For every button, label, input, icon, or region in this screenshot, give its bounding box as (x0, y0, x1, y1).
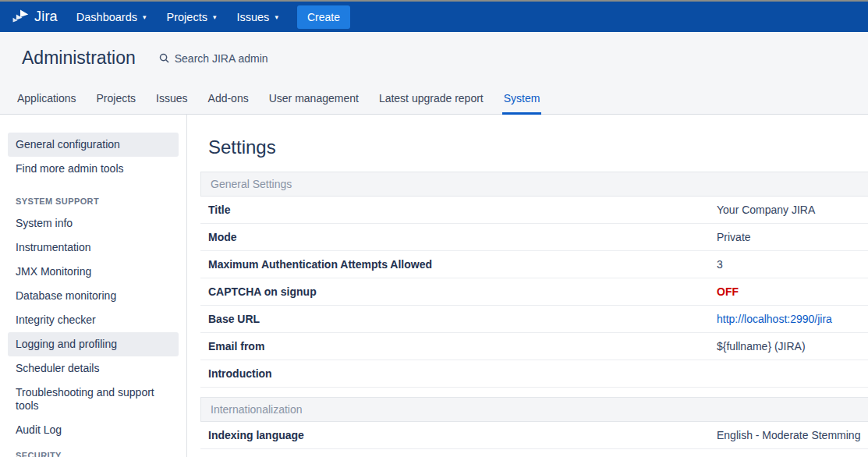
sidebar-item-logging-and-profiling[interactable]: Logging and profiling (8, 332, 179, 356)
sidebar-item-database-monitoring[interactable]: Database monitoring (8, 284, 179, 308)
settings-heading: Settings (208, 136, 868, 158)
navbar-menu-dashboards[interactable]: Dashboards▾ (76, 11, 147, 23)
settings-row: CAPTCHA on signupOFF (200, 278, 868, 306)
setting-value: Your Company JIRA (717, 204, 815, 216)
admin-tabs: ApplicationsProjectsIssuesAdd-onsUser ma… (16, 87, 541, 115)
settings-row: ModePrivate (200, 224, 868, 251)
sidebar-item-scheduler-details[interactable]: Scheduler details (8, 356, 179, 381)
sidebar-section-header: SYSTEM SUPPORT (8, 197, 179, 207)
navbar-menu-label: Projects (167, 11, 207, 23)
settings-row: Email from${fullname} (JIRA) (200, 333, 868, 360)
tab-projects[interactable]: Projects (95, 87, 138, 115)
tab-add-ons[interactable]: Add-ons (207, 87, 250, 115)
setting-value: ${fullname} (JIRA) (717, 340, 806, 352)
brand-name: Jira (34, 9, 58, 25)
navbar-menu-label: Issues (236, 11, 269, 23)
tab-user-management[interactable]: User management (267, 87, 360, 115)
tab-applications[interactable]: Applications (16, 87, 78, 115)
setting-label: Introduction (200, 367, 717, 380)
chevron-down-icon: ▾ (275, 14, 278, 21)
settings-row: TitleYour Company JIRA (200, 197, 868, 224)
settings-row: Maximum Authentication Attempts Allowed3 (200, 251, 868, 278)
sidebar-item-find-more-admin-tools[interactable]: Find more admin tools (8, 157, 179, 181)
setting-value: Private (717, 231, 751, 243)
setting-label: Title (200, 204, 717, 216)
chevron-down-icon: ▾ (213, 14, 217, 21)
sidebar-item-jmx-monitoring[interactable]: JMX Monitoring (8, 260, 179, 284)
top-navbar: Jira Dashboards▾Projects▾Issues▾ Create (0, 2, 868, 32)
settings-row: Base URLhttp://localhost:2990/jira (200, 306, 868, 333)
setting-label: Mode (200, 231, 717, 243)
navbar-menu-projects[interactable]: Projects▾ (167, 11, 217, 23)
setting-value: OFF (717, 285, 739, 298)
admin-search-input[interactable]: Search JIRA admin (159, 52, 268, 65)
page-title: Administration (22, 48, 136, 69)
sidebar-group: SECURITY (0, 451, 186, 457)
settings-row: Indexing languageEnglish - Moderate Stem… (200, 422, 868, 449)
navbar-menu-label: Dashboards (76, 11, 137, 23)
sidebar-item-system-info[interactable]: System info (8, 211, 179, 236)
jira-home-link[interactable]: Jira (11, 9, 58, 26)
admin-sidebar: General configurationFind more admin too… (0, 115, 187, 457)
settings-content: Settings General SettingsTitleYour Compa… (187, 115, 868, 457)
navbar-menu-issues[interactable]: Issues▾ (236, 11, 278, 23)
chevron-down-icon: ▾ (143, 14, 147, 21)
sidebar-item-general-configuration[interactable]: General configuration (8, 133, 179, 157)
search-icon (159, 53, 169, 63)
sidebar-item-instrumentation[interactable]: Instrumentation (8, 236, 179, 260)
jira-logo-icon (11, 9, 30, 26)
sidebar-item-integrity-checker[interactable]: Integrity checker (8, 308, 179, 332)
tab-system[interactable]: System (502, 87, 542, 115)
sidebar-item-troubleshooting-and-support-tools[interactable]: Troubleshooting and support tools (8, 381, 179, 418)
search-placeholder: Search JIRA admin (175, 52, 268, 65)
settings-row: Introduction (200, 360, 868, 388)
setting-value-link[interactable]: http://localhost:2990/jira (717, 313, 832, 325)
admin-header: Administration Search JIRA admin Applica… (0, 32, 868, 115)
setting-label: Email from (200, 340, 717, 352)
sidebar-section-header: SECURITY (8, 451, 179, 457)
setting-label: Indexing language (200, 429, 717, 441)
setting-label: Maximum Authentication Attempts Allowed (200, 258, 717, 271)
sidebar-item-audit-log[interactable]: Audit Log (8, 418, 179, 442)
sidebar-group: SYSTEM SUPPORTSystem infoInstrumentation… (0, 197, 186, 442)
tab-latest-upgrade-report[interactable]: Latest upgrade report (377, 87, 485, 115)
setting-label: CAPTCHA on signup (200, 285, 717, 298)
sidebar-group: General configurationFind more admin too… (0, 133, 186, 181)
setting-value: English - Moderate Stemming (717, 429, 860, 441)
settings-section: General SettingsTitleYour Company JIRAMo… (200, 172, 868, 388)
section-header-general-settings: General Settings (200, 172, 868, 197)
section-header-internationalization: Internationalization (200, 397, 868, 422)
navbar-menus: Dashboards▾Projects▾Issues▾ (76, 11, 278, 23)
settings-section: InternationalizationIndexing languageEng… (200, 397, 868, 449)
tab-issues[interactable]: Issues (154, 87, 189, 115)
create-button[interactable]: Create (297, 5, 350, 29)
setting-value: 3 (717, 258, 723, 271)
setting-label: Base URL (200, 313, 717, 325)
